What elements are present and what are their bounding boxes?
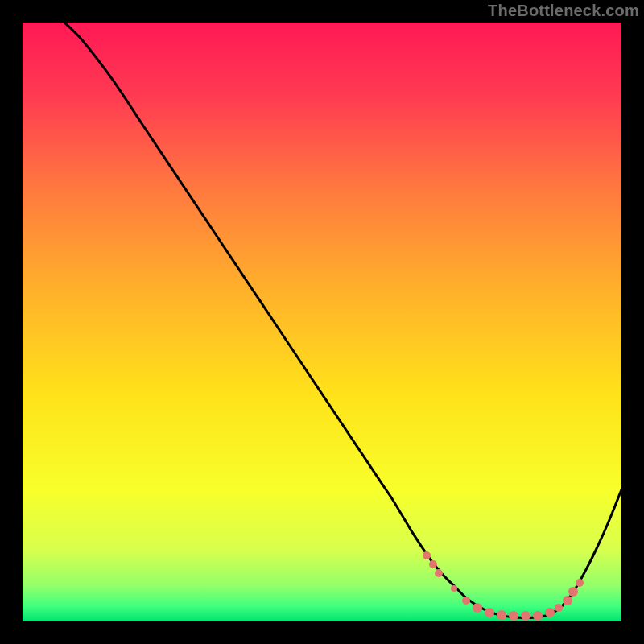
valley-marker [545, 608, 555, 617]
watermark-text: TheBottleneck.com [488, 2, 639, 20]
valley-marker [521, 611, 530, 621]
valley-marker [473, 603, 482, 613]
valley-marker [485, 608, 494, 617]
valley-marker [462, 597, 470, 605]
valley-marker [555, 604, 563, 612]
valley-marker [568, 587, 578, 597]
valley-marker [423, 551, 431, 559]
valley-marker [435, 569, 443, 577]
plot-area [23, 23, 621, 621]
svg-rect-0 [23, 23, 621, 621]
valley-marker [509, 611, 518, 621]
valley-marker [451, 585, 457, 592]
valley-marker [429, 560, 437, 568]
valley-marker [576, 579, 584, 587]
chart-frame: TheBottleneck.com [0, 0, 644, 644]
gradient-background [23, 23, 621, 621]
valley-marker [497, 610, 506, 620]
valley-marker [563, 596, 572, 605]
valley-marker [533, 611, 543, 621]
